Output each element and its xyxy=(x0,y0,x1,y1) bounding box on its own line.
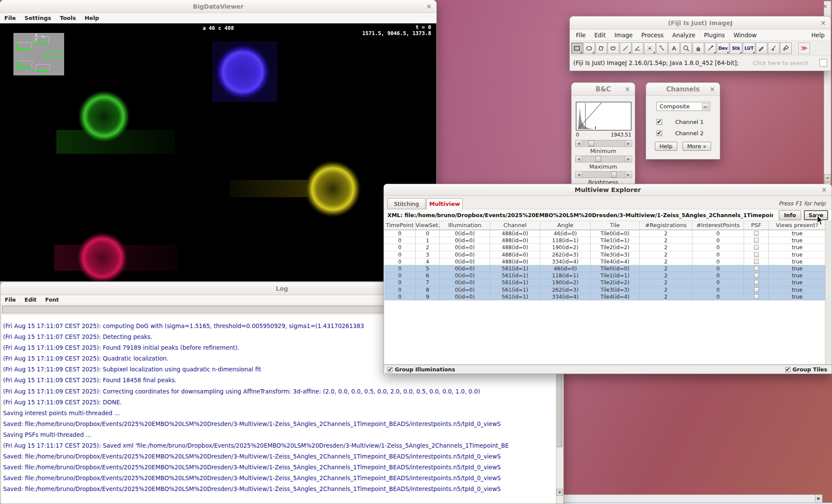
line-tool-icon[interactable] xyxy=(620,42,631,54)
close-icon[interactable]: × xyxy=(821,186,827,194)
table-scrollbar[interactable] xyxy=(825,221,831,364)
menu-plugins[interactable]: Plugins xyxy=(699,32,729,39)
column-header[interactable]: Angle xyxy=(540,221,591,230)
close-icon[interactable]: × xyxy=(426,3,432,10)
group-illuminations-checkbox[interactable]: Group Illuminations xyxy=(387,366,455,373)
table-row[interactable]: 070(id=0)561(id=1)190(id=2)Tile2(id=2)20… xyxy=(384,279,826,286)
mve-titlebar[interactable]: Multiview Explorer × xyxy=(384,184,832,196)
menu-file[interactable]: File xyxy=(572,32,590,39)
help-button[interactable]: Help xyxy=(655,142,677,151)
slider-right-arrow-icon[interactable] xyxy=(625,172,632,178)
checkbox-icon[interactable] xyxy=(387,367,393,372)
save-button[interactable]: Save xyxy=(804,210,828,220)
menu-settings[interactable]: Settings xyxy=(20,15,55,21)
info-button[interactable]: Info xyxy=(779,210,801,220)
polygon-tool-icon[interactable] xyxy=(595,42,607,54)
bdv-titlebar[interactable]: BigDataViewer × xyxy=(0,0,436,13)
rectangle-tool-icon[interactable] xyxy=(571,42,583,54)
more-tools-button-icon[interactable]: ≫ xyxy=(798,42,810,54)
menu-file[interactable]: File xyxy=(0,296,20,303)
column-header[interactable]: Channel xyxy=(490,221,540,230)
psf-checkbox[interactable] xyxy=(754,252,759,257)
slider-maximum[interactable] xyxy=(575,156,632,163)
channel-row[interactable]: Channel 1 xyxy=(656,118,714,125)
psf-checkbox[interactable] xyxy=(754,294,759,299)
lut-tool-icon[interactable]: LUT xyxy=(743,42,755,54)
minimap-overview[interactable]: y x z xyxy=(13,33,64,75)
column-header[interactable]: #Registrations xyxy=(640,221,692,230)
channel-row[interactable]: Channel 2 xyxy=(656,130,714,137)
color-picker-tool-icon[interactable] xyxy=(705,42,716,54)
slider-right-arrow-icon[interactable] xyxy=(625,140,632,146)
freehand-tool-icon[interactable] xyxy=(608,42,619,54)
slider-left-arrow-icon[interactable] xyxy=(575,172,582,178)
column-header[interactable]: ViewSet... xyxy=(416,221,440,230)
tab-stitching[interactable]: Stitching xyxy=(387,198,426,209)
composite-mode-select[interactable]: Composite xyxy=(656,102,710,111)
stacks-tool-icon[interactable]: Stk xyxy=(730,42,742,54)
pencil-tool-icon[interactable] xyxy=(756,42,767,54)
column-header[interactable]: #InterestPoints xyxy=(692,221,744,230)
angle-tool-icon[interactable] xyxy=(632,42,644,54)
menu-font[interactable]: Font xyxy=(41,296,63,303)
table-row[interactable]: 040(id=0)488(id=0)334(id=4)Tile4(id=4)20… xyxy=(384,258,826,265)
menu-window[interactable]: Window xyxy=(729,32,761,39)
psf-checkbox[interactable] xyxy=(754,238,759,243)
column-header[interactable]: Illumination xyxy=(440,221,490,230)
wand-tool-icon[interactable] xyxy=(656,42,668,54)
close-icon[interactable]: × xyxy=(820,19,826,27)
slider-right-arrow-icon[interactable] xyxy=(625,156,632,162)
dev-tool-icon[interactable]: Dev xyxy=(717,42,729,54)
checkbox-icon[interactable] xyxy=(656,130,662,136)
menu-edit[interactable]: Edit xyxy=(20,296,41,303)
psf-checkbox[interactable] xyxy=(754,245,759,250)
menu-analyze[interactable]: Analyze xyxy=(668,32,699,39)
more-button[interactable]: More » xyxy=(682,142,711,151)
psf-checkbox[interactable] xyxy=(754,273,759,278)
checkbox-icon[interactable] xyxy=(785,367,790,372)
menu-image[interactable]: Image xyxy=(610,32,637,39)
scroll-right-icon[interactable] xyxy=(815,495,822,502)
table-row[interactable]: 000(id=0)488(id=0)46(id=0)Tile0(id=0)20t… xyxy=(384,230,826,237)
checkbox-icon[interactable] xyxy=(656,119,662,125)
hand-tool-icon[interactable] xyxy=(692,42,704,54)
close-icon[interactable]: × xyxy=(709,85,715,93)
table-row[interactable]: 090(id=0)561(id=1)334(id=4)Tile4(id=4)20… xyxy=(384,293,826,300)
psf-checkbox[interactable] xyxy=(754,231,759,236)
point-tool-icon[interactable] xyxy=(644,42,656,54)
oval-tool-icon[interactable] xyxy=(583,42,595,54)
psf-checkbox[interactable] xyxy=(754,259,759,264)
menu-process[interactable]: Process xyxy=(637,32,668,39)
scroll-down-icon[interactable] xyxy=(556,489,563,496)
table-row[interactable]: 080(id=0)561(id=1)262(id=3)Tile3(id=3)20… xyxy=(384,286,826,293)
menu-help[interactable]: Help xyxy=(80,15,103,21)
psf-checkbox[interactable] xyxy=(754,280,759,285)
table-row[interactable]: 060(id=0)561(id=1)118(id=1)Tile1(id=1)20… xyxy=(384,272,826,279)
brush-tool-icon[interactable] xyxy=(768,42,780,54)
dropdown-icon[interactable] xyxy=(702,103,709,110)
flood-fill-tool-icon[interactable] xyxy=(780,42,792,54)
menu-edit[interactable]: Edit xyxy=(590,32,610,39)
column-header[interactable]: Tile xyxy=(591,221,640,230)
table-row[interactable]: 010(id=0)488(id=0)118(id=1)Tile1(id=1)20… xyxy=(384,237,826,244)
psf-checkbox[interactable] xyxy=(754,266,759,271)
group-tiles-checkbox[interactable]: Group Tiles xyxy=(785,366,827,373)
bc-titlebar[interactable]: B&C × xyxy=(572,83,635,96)
search-box-icon[interactable] xyxy=(819,59,827,67)
table-row[interactable]: 020(id=0)488(id=0)190(id=2)Tile2(id=2)20… xyxy=(384,244,826,251)
text-tool-icon[interactable] xyxy=(668,42,680,54)
menu-file[interactable]: File xyxy=(0,15,20,21)
imagej-titlebar[interactable]: (Fiji Is Just) ImageJ × xyxy=(570,16,831,29)
table-row[interactable]: 050(id=0)561(id=1)46(id=0)Tile0(id=0)20t… xyxy=(384,265,826,272)
scrollbar-grip-icon[interactable] xyxy=(824,174,831,182)
channels-titlebar[interactable]: Channels × xyxy=(646,83,720,96)
menu-help[interactable]: Help xyxy=(807,32,829,39)
slider-thumb[interactable] xyxy=(588,140,594,146)
search-input[interactable] xyxy=(752,59,817,67)
column-header[interactable]: TimePoint xyxy=(384,221,416,230)
slider-left-arrow-icon[interactable] xyxy=(575,156,582,162)
slider-brightness[interactable] xyxy=(575,171,632,178)
table-row[interactable]: 030(id=0)488(id=0)262(id=3)Tile3(id=3)20… xyxy=(384,251,826,258)
column-header[interactable]: PSF xyxy=(744,221,769,230)
psf-checkbox[interactable] xyxy=(754,287,759,292)
